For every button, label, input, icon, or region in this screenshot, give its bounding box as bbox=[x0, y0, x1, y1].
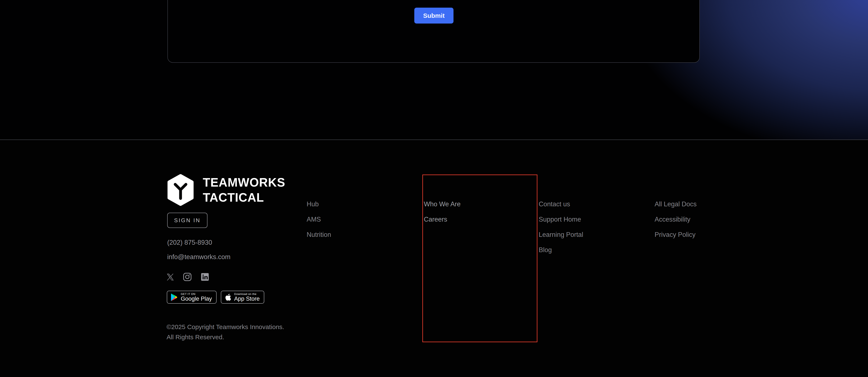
annotation-highlight-box bbox=[422, 174, 537, 342]
x-icon bbox=[167, 273, 174, 281]
footer-link-who-we-are[interactable]: Who We Are bbox=[424, 200, 461, 208]
badge-store-name: App Store bbox=[234, 296, 259, 302]
sign-in-button[interactable]: SIGN IN bbox=[167, 213, 208, 228]
brand-logo: TEAMWORKS TACTICAL bbox=[167, 174, 285, 206]
teamworks-hex-icon bbox=[167, 174, 194, 206]
footer-link-privacy-policy[interactable]: Privacy Policy bbox=[655, 231, 696, 239]
brand-name-line2: TACTICAL bbox=[203, 190, 285, 205]
footer: TEAMWORKS TACTICAL SIGN IN (202) 875-893… bbox=[0, 140, 868, 377]
footer-nav-column-legal: All Legal Docs Accessibility Privacy Pol… bbox=[655, 200, 696, 246]
store-badges: GET IT ON Google Play Download on the Ap… bbox=[167, 291, 264, 303]
footer-nav-column-company: Who We Are Careers bbox=[424, 200, 461, 231]
social-link-linkedin[interactable] bbox=[201, 273, 209, 281]
footer-link-learning-portal[interactable]: Learning Portal bbox=[539, 231, 583, 239]
footer-nav-column-support: Contact us Support Home Learning Portal … bbox=[539, 200, 583, 261]
phone-link[interactable]: (202) 875-8930 bbox=[167, 239, 212, 246]
google-play-icon bbox=[170, 293, 178, 301]
badge-tagline: Download on the bbox=[234, 292, 259, 296]
footer-nav-column-products: Hub AMS Nutrition bbox=[307, 200, 331, 246]
copyright-line2: All Rights Reserved. bbox=[166, 332, 284, 342]
social-link-x[interactable] bbox=[167, 273, 174, 281]
footer-link-ams[interactable]: AMS bbox=[307, 215, 331, 224]
copyright-line1: ©2025 Copyright Teamworks Innovations. bbox=[166, 322, 284, 332]
social-link-instagram[interactable] bbox=[183, 273, 192, 281]
app-store-badge[interactable]: Download on the App Store bbox=[221, 291, 264, 303]
footer-link-blog[interactable]: Blog bbox=[539, 246, 583, 254]
footer-link-all-legal-docs[interactable]: All Legal Docs bbox=[655, 200, 696, 208]
copyright-text: ©2025 Copyright Teamworks Innovations. A… bbox=[166, 322, 284, 342]
footer-link-nutrition[interactable]: Nutrition bbox=[307, 231, 331, 239]
footer-link-hub[interactable]: Hub bbox=[307, 200, 331, 208]
apple-icon bbox=[225, 293, 231, 301]
footer-link-accessibility[interactable]: Accessibility bbox=[655, 215, 696, 224]
brand-name: TEAMWORKS TACTICAL bbox=[203, 175, 285, 205]
brand-name-line1: TEAMWORKS bbox=[203, 175, 285, 190]
google-play-badge[interactable]: GET IT ON Google Play bbox=[167, 291, 217, 303]
linkedin-icon bbox=[201, 273, 209, 281]
email-link[interactable]: info@teamworks.com bbox=[167, 253, 230, 261]
submit-button[interactable]: Submit bbox=[414, 8, 454, 24]
footer-link-contact-us[interactable]: Contact us bbox=[539, 200, 583, 208]
footer-link-support-home[interactable]: Support Home bbox=[539, 215, 583, 224]
badge-tagline: GET IT ON bbox=[181, 292, 212, 296]
instagram-icon bbox=[183, 273, 192, 281]
hero-section: Submit bbox=[0, 0, 868, 140]
badge-store-name: Google Play bbox=[181, 296, 212, 302]
footer-link-careers[interactable]: Careers bbox=[424, 215, 461, 224]
social-links bbox=[167, 273, 209, 281]
